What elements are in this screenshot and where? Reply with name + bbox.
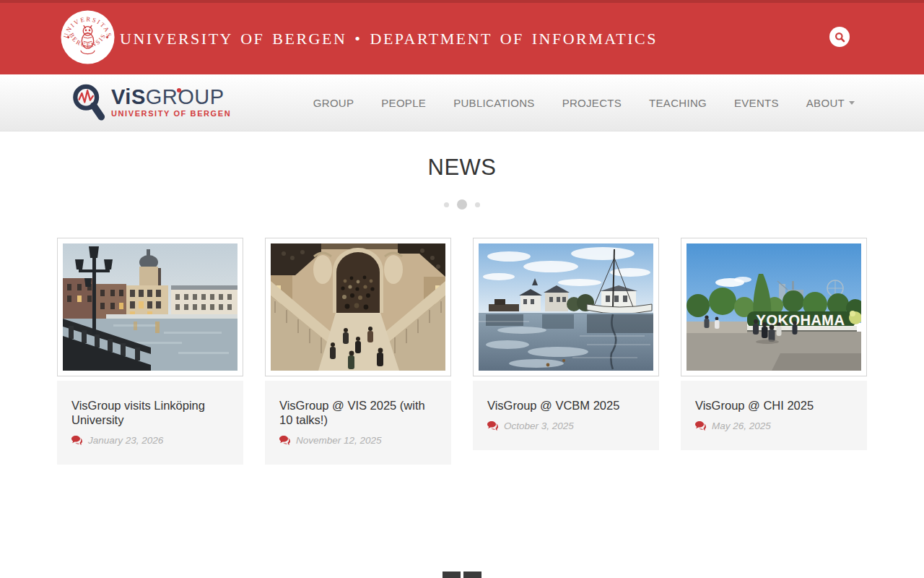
logo-i-dot	[177, 88, 181, 92]
news-card-date: November 12, 2025	[296, 435, 382, 446]
news-heading: NEWS	[0, 155, 924, 181]
comments-icon	[487, 421, 498, 431]
news-card-caption: VisGroup @ VCBM 2025 October 3, 2025	[473, 381, 659, 450]
news-card-date: May 26, 2025	[712, 420, 771, 431]
nav-item-people[interactable]: PEOPLE	[381, 97, 426, 109]
nav-item-publications[interactable]: PUBLICATIONS	[453, 97, 535, 109]
carousel-next-button[interactable]: ›	[463, 571, 481, 578]
news-card-title[interactable]: VisGroup visits Linköping University	[71, 398, 229, 427]
carousel-dot-2-active[interactable]	[457, 199, 467, 210]
news-card-caption: VisGroup @ VIS 2025 (with 10 talks!) Nov…	[265, 381, 451, 465]
search-icon	[834, 32, 845, 43]
news-cards-row: VisGroup visits Linköping University Jan…	[57, 238, 867, 465]
logo-subtitle: UNIVERSITY OF BERGEN	[111, 109, 231, 118]
news-card: VisGroup @ VIS 2025 (with 10 talks!) Nov…	[265, 238, 451, 465]
news-card: YOKOHAMA	[681, 238, 867, 450]
news-photo-canal[interactable]	[473, 238, 659, 376]
logo-vis-text: ViS	[111, 86, 146, 108]
nav-item-group[interactable]: GROUP	[313, 97, 354, 109]
news-card-date-row: October 3, 2025	[487, 420, 645, 431]
page: UNIVERSITAS BERGENSIS UNIVERSITY OF BERG…	[0, 0, 924, 578]
nav-item-events[interactable]: EVENTS	[734, 97, 779, 109]
news-card-caption: VisGroup @ CHI 2025 May 26, 2025	[681, 381, 867, 450]
chevron-down-icon	[849, 101, 855, 105]
news-photo-yokohama[interactable]: YOKOHAMA	[681, 238, 867, 376]
nav-item-teaching[interactable]: TEACHING	[649, 97, 707, 109]
uib-seal-logo[interactable]: UNIVERSITAS BERGENSIS	[60, 9, 116, 65]
search-button[interactable]	[829, 27, 850, 47]
logo-group-text: GROUP	[146, 86, 225, 108]
nav-item-about[interactable]: ABOUT	[806, 97, 855, 109]
comments-icon	[279, 436, 290, 445]
comments-icon	[71, 436, 82, 445]
nav-item-projects[interactable]: PROJECTS	[562, 97, 622, 109]
carousel-prev-button[interactable]: ‹	[443, 571, 461, 578]
news-card-title[interactable]: VisGroup @ VCBM 2025	[487, 398, 645, 413]
news-card-title[interactable]: VisGroup @ VIS 2025 (with 10 talks!)	[279, 398, 437, 427]
yokohama-sign-text: YOKOHAMA	[757, 312, 845, 328]
main-navbar: ViSGROUP UNIVERSITY OF BERGEN GROUP PEOP…	[0, 74, 924, 131]
news-photo-staircase[interactable]	[265, 238, 451, 376]
news-photo-linkoping[interactable]	[57, 238, 243, 376]
news-card-caption: VisGroup visits Linköping University Jan…	[57, 381, 243, 465]
banner-title: UNIVERSITY OF BERGEN • DEPARTMENT OF INF…	[120, 3, 658, 74]
top-banner: UNIVERSITAS BERGENSIS UNIVERSITY OF BERG…	[0, 0, 924, 74]
news-card-date: January 23, 2026	[88, 435, 163, 446]
carousel-dot-1[interactable]	[444, 202, 449, 207]
news-card: VisGroup visits Linköping University Jan…	[57, 238, 243, 465]
nav-menu: GROUP PEOPLE PUBLICATIONS PROJECTS TEACH…	[313, 97, 855, 109]
visgroup-logo[interactable]: ViSGROUP UNIVERSITY OF BERGEN	[72, 83, 231, 122]
comments-icon	[695, 421, 706, 431]
news-card-date-row: November 12, 2025	[279, 435, 437, 446]
logo-magnifier-icon	[72, 83, 107, 122]
news-card-title[interactable]: VisGroup @ CHI 2025	[695, 398, 853, 413]
carousel-dot-3[interactable]	[475, 202, 480, 207]
news-card-date: October 3, 2025	[504, 420, 574, 431]
news-card: VisGroup @ VCBM 2025 October 3, 2025	[473, 238, 659, 450]
news-card-date-row: January 23, 2026	[71, 435, 229, 446]
news-card-date-row: May 26, 2025	[695, 420, 853, 431]
carousel-dots	[0, 199, 924, 210]
